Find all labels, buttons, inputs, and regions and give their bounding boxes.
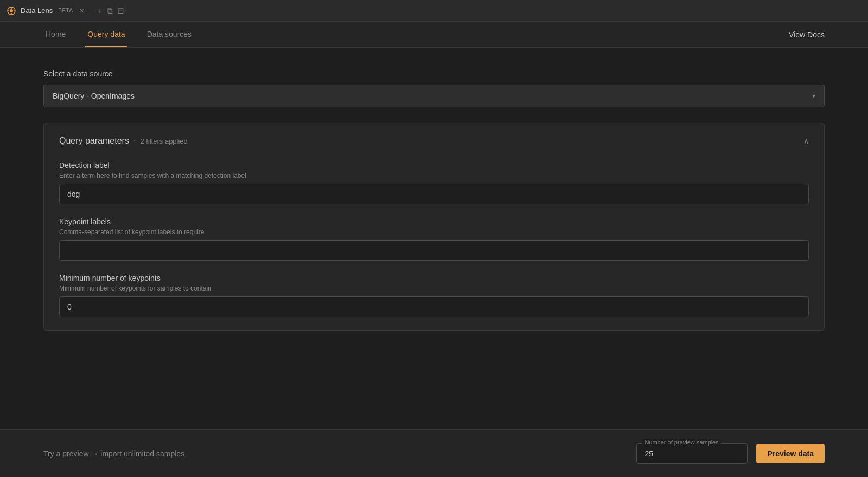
- topnav: Home Query data Data sources View Docs: [0, 22, 868, 48]
- collapse-button[interactable]: ∧: [803, 137, 809, 145]
- main-content: Select a data source BigQuery - OpenImag…: [0, 48, 868, 429]
- close-tab-button[interactable]: ×: [80, 7, 84, 15]
- tab-data-sources[interactable]: Data sources: [145, 22, 194, 47]
- app-title: Data Lens: [21, 7, 53, 15]
- app-logo-icon: [7, 6, 16, 16]
- preview-data-button[interactable]: Preview data: [756, 444, 825, 463]
- min-keypoints-hint: Minimum number of keypoints for samples …: [59, 285, 809, 292]
- keypoint-labels-hint: Comma-separated list of keypoint labels …: [59, 228, 809, 236]
- query-card-title-row: Query parameters · 2 filters applied: [59, 136, 188, 146]
- detection-label-field: Detection label Enter a term here to fin…: [59, 161, 809, 204]
- footer-hint-text: Try a preview → import unlimited samples: [43, 449, 184, 458]
- preview-samples-input[interactable]: [644, 449, 739, 458]
- titlebar-separator: [91, 5, 91, 16]
- preview-samples-label: Number of preview samples: [642, 439, 720, 446]
- detection-label-hint: Enter a term here to find samples with a…: [59, 172, 809, 179]
- min-keypoints-title: Minimum number of keypoints: [59, 274, 809, 282]
- detection-label-input[interactable]: [59, 184, 809, 204]
- query-card-dot: ·: [133, 136, 136, 146]
- keypoint-labels-field: Keypoint labels Comma-separated list of …: [59, 217, 809, 261]
- query-card-header: Query parameters · 2 filters applied ∧: [59, 136, 809, 146]
- keypoint-labels-title: Keypoint labels: [59, 217, 809, 226]
- add-tab-icon[interactable]: +: [98, 6, 103, 15]
- filters-applied-label: 2 filters applied: [140, 137, 187, 145]
- view-docs-link[interactable]: View Docs: [789, 30, 825, 39]
- tab-query-data[interactable]: Query data: [85, 22, 127, 47]
- preview-samples-field: Number of preview samples: [636, 443, 748, 464]
- keypoint-labels-input[interactable]: [59, 240, 809, 261]
- topnav-items: Home Query data Data sources: [43, 22, 194, 47]
- svg-point-1: [10, 9, 13, 12]
- min-keypoints-input[interactable]: [59, 296, 809, 317]
- footer-bar: Try a preview → import unlimited samples…: [0, 429, 868, 477]
- datasource-value: BigQuery - OpenImages: [53, 92, 135, 100]
- titlebar: Data Lens BETA × + ⧉ ⊟: [0, 0, 868, 22]
- min-keypoints-field: Minimum number of keypoints Minimum numb…: [59, 274, 809, 317]
- tab-home[interactable]: Home: [43, 22, 68, 47]
- detection-label-title: Detection label: [59, 161, 809, 170]
- datasource-select[interactable]: BigQuery - OpenImages ▾: [43, 85, 825, 107]
- chevron-down-icon: ▾: [812, 92, 815, 100]
- select-datasource-label: Select a data source: [43, 69, 825, 78]
- panel-icon[interactable]: ⊟: [117, 6, 124, 16]
- footer-right: Number of preview samples Preview data: [636, 443, 825, 464]
- query-parameters-title: Query parameters: [59, 136, 129, 146]
- beta-badge: BETA: [58, 8, 73, 14]
- split-panel-icon[interactable]: ⧉: [107, 6, 113, 16]
- query-parameters-card: Query parameters · 2 filters applied ∧ D…: [43, 123, 825, 331]
